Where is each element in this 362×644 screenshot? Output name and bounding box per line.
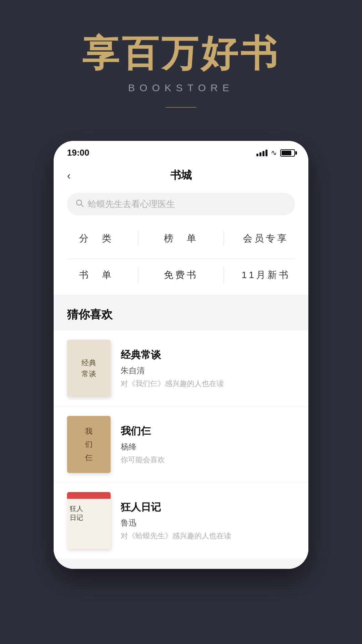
book-list: 经典常谈 经典常谈 朱自清 对《我们仨》感兴趣的人也在读 我们仨 我们仨 杨绛 … xyxy=(54,330,308,559)
book-info-1: 经典常谈 朱自清 对《我们仨》感兴趣的人也在读 xyxy=(121,348,295,389)
book-name-1: 经典常谈 xyxy=(121,348,295,362)
svg-line-1 xyxy=(81,205,83,207)
back-button[interactable]: ‹ xyxy=(67,169,71,182)
book-cover-3: 狂人日记 xyxy=(67,492,111,549)
search-icon xyxy=(75,199,84,210)
battery-icon xyxy=(280,149,295,157)
nav-title: 书城 xyxy=(170,168,192,183)
category-item-vip[interactable]: 会员专享 xyxy=(224,225,308,252)
book-item-2[interactable]: 我们仨 我们仨 杨绛 你可能会喜欢 xyxy=(54,407,308,483)
category-grid-row1: 分 类 榜 单 会员专享 xyxy=(54,222,308,258)
category-item-bangdan[interactable]: 榜 单 xyxy=(138,225,223,252)
book-info-3: 狂人日记 鲁迅 对《蛤蟆先生》感兴趣的人也在读 xyxy=(121,500,295,541)
hero-subtitle: BOOKSTORE xyxy=(0,82,362,94)
status-bar: 19:00 ∿ xyxy=(54,141,308,161)
phone-frame: 19:00 ∿ ‹ 书城 蛤蟆先生去 xyxy=(54,141,308,569)
book-item-3[interactable]: 狂人日记 狂人日记 鲁迅 对《蛤蟆先生》感兴趣的人也在读 xyxy=(54,483,308,559)
book-name-3: 狂人日记 xyxy=(121,500,295,514)
hero-title: 享百万好书 xyxy=(0,34,362,74)
book-item-1[interactable]: 经典常谈 经典常谈 朱自清 对《我们仨》感兴趣的人也在读 xyxy=(54,330,308,407)
search-container: 蛤蟆先生去看心理医生 xyxy=(54,190,308,222)
category-item-newbook[interactable]: 11月新书 xyxy=(224,262,308,288)
book-desc-2: 你可能会喜欢 xyxy=(121,455,295,465)
search-placeholder: 蛤蟆先生去看心理医生 xyxy=(88,198,175,210)
category-item-fenilei[interactable]: 分 类 xyxy=(54,225,138,252)
status-icons: ∿ xyxy=(256,149,295,157)
recommend-section: 猜你喜欢 经典常谈 经典常谈 朱自清 对《我们仨》感兴趣的人也在读 我们仨 xyxy=(54,295,308,569)
book-name-2: 我们仨 xyxy=(121,424,295,438)
search-bar[interactable]: 蛤蟆先生去看心理医生 xyxy=(67,193,295,215)
hero-section: 享百万好书 BOOKSTORE xyxy=(0,0,362,108)
book-cover-1: 经典常谈 xyxy=(67,340,111,397)
hero-divider xyxy=(166,107,196,108)
signal-icon xyxy=(256,150,267,156)
book-desc-3: 对《蛤蟆先生》感兴趣的人也在读 xyxy=(121,531,295,541)
category-grid-row2: 书 单 免费书 11月新书 xyxy=(54,259,308,295)
status-time: 19:00 xyxy=(67,148,89,158)
recommend-title: 猜你喜欢 xyxy=(54,295,308,330)
book-info-2: 我们仨 杨绛 你可能会喜欢 xyxy=(121,424,295,465)
book-author-3: 鲁迅 xyxy=(121,518,295,528)
category-item-shudan[interactable]: 书 单 xyxy=(54,262,138,288)
book-cover-2: 我们仨 xyxy=(67,416,111,473)
wifi-icon: ∿ xyxy=(271,149,277,157)
category-item-freebook[interactable]: 免费书 xyxy=(138,262,223,288)
book-desc-1: 对《我们仨》感兴趣的人也在读 xyxy=(121,379,295,389)
book-author-2: 杨绛 xyxy=(121,441,295,452)
nav-bar: ‹ 书城 xyxy=(54,161,308,190)
book-author-1: 朱自清 xyxy=(121,365,295,376)
